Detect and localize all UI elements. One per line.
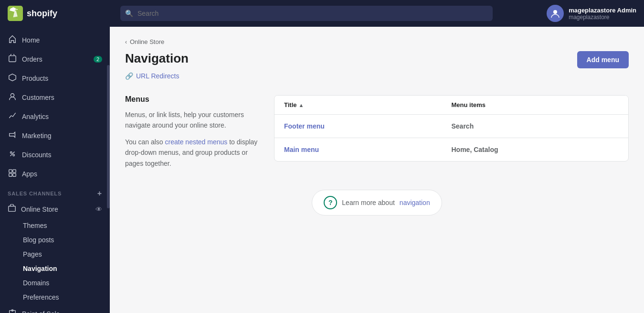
eye-icon[interactable]: 👁: [95, 205, 102, 213]
analytics-icon: [8, 111, 17, 122]
footer-menu-link[interactable]: Footer menu: [284, 122, 325, 130]
footer-menu-title: Footer menu: [284, 122, 452, 130]
page-title: Navigation: [125, 51, 189, 66]
breadcrumb-parent: Online Store: [130, 38, 164, 45]
user-store: mageplazastore: [569, 14, 636, 21]
shopify-logo-icon: [8, 6, 23, 21]
orders-icon: [8, 54, 17, 65]
user-area[interactable]: mageplazastore Admin mageplazastore: [547, 5, 636, 22]
svg-rect-7: [9, 170, 12, 173]
menus-description-2-prefix: You can also: [125, 138, 165, 146]
main-menu-title: Main menu: [284, 146, 452, 153]
sidebar-sub-item-pages-label: Pages: [23, 250, 42, 258]
add-sales-channel-button[interactable]: +: [97, 189, 102, 198]
sidebar-sub-item-domains[interactable]: Domains: [0, 276, 110, 290]
customers-icon: [8, 92, 17, 103]
sidebar-item-home[interactable]: Home: [0, 31, 110, 50]
svg-point-6: [13, 154, 15, 156]
menus-section: Menus Menus, or link lists, help your cu…: [125, 95, 629, 174]
marketing-icon: [8, 130, 17, 141]
user-info: mageplazastore Admin mageplazastore: [569, 7, 636, 21]
sidebar-scrollbar-thumb: [107, 65, 110, 208]
sidebar-scrollbar-track: [107, 27, 110, 313]
table-row[interactable]: Main menu Home, Catalog: [274, 138, 628, 161]
sidebar-sub-item-domains-label: Domains: [23, 279, 49, 287]
sidebar-sub-item-navigation[interactable]: Navigation: [0, 261, 110, 276]
sidebar-item-orders-label: Orders: [22, 55, 42, 63]
svg-point-5: [11, 152, 12, 154]
url-redirects-label: URL Redirects: [136, 72, 179, 80]
sidebar-wrapper: Home Orders 2 Products: [0, 27, 110, 313]
table-row[interactable]: Footer menu Search: [274, 115, 628, 138]
footer-menu-items: Search: [452, 122, 619, 130]
menus-description-2: You can also create nested menus to disp…: [125, 137, 259, 169]
sidebar-item-products[interactable]: Products: [0, 69, 110, 88]
learn-more-box: ? Learn more about navigation: [125, 190, 629, 216]
table-header: Title ▲ Menu items: [274, 96, 628, 115]
online-store-icon: [8, 204, 16, 214]
help-icon: ?: [324, 196, 337, 209]
learn-more-pill: ? Learn more about navigation: [312, 190, 442, 216]
sales-channels-section: SALES CHANNELS +: [0, 183, 110, 200]
sidebar-sub-item-preferences-label: Preferences: [23, 293, 59, 301]
svg-rect-9: [9, 173, 12, 176]
home-icon: [8, 35, 17, 45]
svg-rect-10: [13, 173, 16, 176]
sidebar-item-customers[interactable]: Customers: [0, 88, 110, 107]
sidebar-item-home-label: Home: [22, 36, 40, 44]
main-layout: Home Orders 2 Products: [0, 27, 644, 313]
main-menu-items: Home, Catalog: [452, 146, 619, 153]
pos-icon: [8, 309, 17, 313]
sidebar-item-discounts-label: Discounts: [22, 151, 51, 159]
col-menu-items-label: Menu items: [452, 101, 486, 108]
sidebar-sub-item-themes-label: Themes: [23, 222, 47, 229]
sales-channels-label: SALES CHANNELS: [8, 191, 62, 196]
svg-rect-2: [9, 56, 16, 62]
top-navigation: shopify 🔍 mageplazastore Admin mageplaza…: [0, 0, 644, 27]
add-menu-button[interactable]: Add menu: [577, 51, 629, 68]
sidebar-item-discounts[interactable]: Discounts: [0, 145, 110, 164]
svg-marker-3: [9, 74, 16, 81]
sidebar-item-analytics[interactable]: Analytics: [0, 107, 110, 126]
sidebar-item-apps-label: Apps: [22, 170, 37, 178]
svg-rect-12: [10, 311, 16, 313]
search-bar: 🔍: [120, 6, 493, 21]
breadcrumb[interactable]: ‹ Online Store: [125, 38, 629, 45]
sidebar-sub-item-themes[interactable]: Themes: [0, 218, 110, 233]
discounts-icon: [8, 150, 17, 160]
create-nested-menus-link[interactable]: create nested menus: [165, 138, 228, 146]
col-title-label: Title: [284, 101, 297, 108]
sidebar-sub-item-navigation-label: Navigation: [23, 265, 57, 272]
col-title-header: Title ▲: [284, 101, 452, 108]
svg-point-4: [11, 94, 14, 97]
menus-description: Menus Menus, or link lists, help your cu…: [125, 95, 259, 174]
sidebar-item-orders[interactable]: Orders 2: [0, 50, 110, 69]
sidebar-sub-item-preferences[interactable]: Preferences: [0, 290, 110, 304]
sidebar-item-marketing-label: Marketing: [22, 132, 51, 140]
sidebar-item-products-label: Products: [22, 75, 48, 82]
sidebar-item-customers-label: Customers: [22, 94, 54, 101]
search-input[interactable]: [120, 6, 493, 21]
products-icon: [8, 73, 17, 84]
sidebar: Home Orders 2 Products: [0, 27, 110, 313]
menus-description-1: Menus, or link lists, help your customer…: [125, 109, 259, 131]
main-menu-link[interactable]: Main menu: [284, 146, 319, 153]
sidebar-item-point-of-sale[interactable]: Point of Sale: [0, 304, 110, 313]
apps-icon: [8, 169, 17, 179]
navigation-learn-more-link[interactable]: navigation: [400, 199, 430, 206]
sidebar-item-apps[interactable]: Apps: [0, 164, 110, 183]
online-store-right-icons: 👁: [95, 205, 102, 213]
url-redirects-icon: 🔗: [125, 72, 133, 80]
svg-rect-8: [13, 170, 16, 173]
sort-arrow: ▲: [299, 102, 304, 108]
url-redirects-link[interactable]: 🔗 URL Redirects: [125, 72, 629, 80]
sidebar-item-online-store[interactable]: Online Store 👁: [0, 200, 110, 218]
logo[interactable]: shopify: [8, 6, 113, 21]
orders-badge: 2: [94, 56, 102, 63]
content-area: ‹ Online Store Navigation Add menu 🔗 URL…: [110, 27, 644, 313]
sidebar-sub-item-blog-posts[interactable]: Blog posts: [0, 233, 110, 247]
sidebar-item-marketing[interactable]: Marketing: [0, 126, 110, 145]
search-icon: 🔍: [125, 10, 133, 17]
sidebar-sub-item-pages[interactable]: Pages: [0, 247, 110, 261]
help-icon-text: ?: [328, 199, 333, 206]
